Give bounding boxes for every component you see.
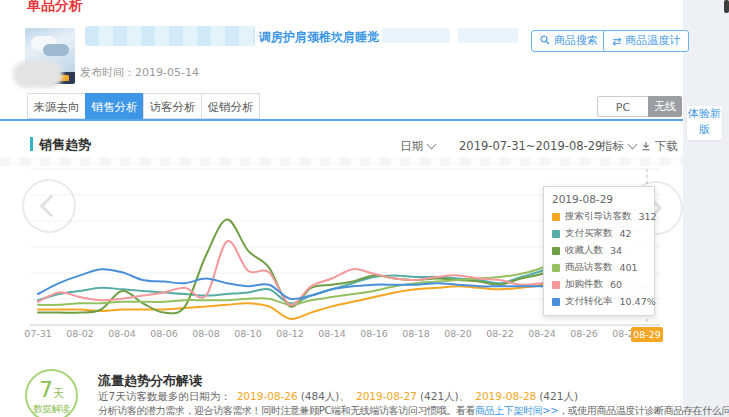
page-title: 单品分析 xyxy=(27,0,83,15)
new-version-link[interactable]: 体验新版 xyxy=(687,106,722,140)
download-icon xyxy=(641,139,651,153)
product-thermometer-button[interactable]: ⇄商品温度计 xyxy=(603,30,689,52)
top-date-count: (484人) xyxy=(301,390,340,402)
publish-time: 发布时间：2019-05-14 xyxy=(80,65,199,80)
legend-swatch xyxy=(552,281,560,289)
tab-访客分析[interactable]: 访客分析 xyxy=(143,93,202,119)
badge-days: 7天 xyxy=(27,378,76,402)
product-search-button[interactable]: 商品搜索 xyxy=(531,30,607,52)
tooltip-metric-label: 支付转化率 xyxy=(565,295,613,308)
badge-number: 7 xyxy=(39,377,53,402)
toggle-pc[interactable]: PC xyxy=(597,96,649,117)
censored-title-fragment xyxy=(382,28,450,43)
metric-dropdown[interactable]: 指标 xyxy=(601,139,636,154)
tab-销售分析[interactable]: 销售分析 xyxy=(85,93,144,119)
top-date: 2019-08-28 xyxy=(475,390,536,402)
chart-tooltip: 2019-08-29 搜索引导访客数312支付买家数42收藏人数34商品访客数4… xyxy=(543,186,655,316)
tooltip-row: 搜索引导访客数312 xyxy=(552,210,646,223)
top-date-count: (421人) xyxy=(420,390,459,402)
tooltip-metric-label: 搜索引导访客数 xyxy=(565,210,632,223)
scrollbar-thumb[interactable] xyxy=(724,0,729,13)
product-thermometer-label: 商品温度计 xyxy=(625,34,680,47)
tooltip-row: 商品访客数401 xyxy=(552,261,646,274)
screen: 单品分析 调房护肩颈椎坎肩睡觉 发布时间：2019-05-14 商品搜索 ⇄商品… xyxy=(0,0,729,417)
date-dropdown[interactable]: 日期 xyxy=(400,139,435,154)
x-axis-highlight-label: 08-29 xyxy=(631,327,663,342)
section-accent-bar xyxy=(30,137,33,151)
download-button[interactable]: 下载 xyxy=(641,139,678,154)
tab-促销分析[interactable]: 促销分析 xyxy=(201,93,260,119)
date-range: 2019-07-31~2019-08-29 xyxy=(459,139,602,153)
toggle-wireless[interactable]: 无线 xyxy=(648,96,682,117)
insight-top-dates: 2019-08-26(484人)、2019-08-27(421人)、2019-0… xyxy=(231,390,578,402)
tab-bar: 来源去向销售分析访客分析促销分析 xyxy=(28,93,260,119)
exchange-icon: ⇄ xyxy=(612,32,621,52)
chevron-left-icon xyxy=(40,195,63,218)
separator: 、 xyxy=(339,390,350,402)
insight-title: 流量趋势分布解读 xyxy=(98,372,202,390)
person-shape xyxy=(43,44,69,56)
insight-line2-tail: ，或使用商品温度计诊断商品存在什么问题吧。 xyxy=(558,405,729,416)
chart-prev-button[interactable] xyxy=(22,179,76,233)
top-date: 2019-08-27 xyxy=(356,390,417,402)
tooltip-metric-value: 34 xyxy=(610,245,622,256)
tooltip-rows: 搜索引导访客数312支付买家数42收藏人数34商品访客数401加购件数60支付转… xyxy=(552,210,646,308)
insight-line1: 近7天访客数最多的日期为：2019-08-26(484人)、2019-08-27… xyxy=(98,390,578,404)
legend-swatch xyxy=(552,213,560,221)
badge-caption: 数据解读 xyxy=(27,403,76,416)
tooltip-metric-value: 312 xyxy=(639,211,657,222)
tooltip-metric-label: 支付买家数 xyxy=(565,227,613,240)
right-side-panel xyxy=(683,0,729,417)
product-search-label: 商品搜索 xyxy=(554,34,598,47)
tooltip-metric-label: 加购件数 xyxy=(565,278,603,291)
tooltip-row: 支付转化率10.47% xyxy=(552,295,646,308)
date-dropdown-label: 日期 xyxy=(400,139,423,153)
tooltip-row: 加购件数60 xyxy=(552,278,646,291)
insight-line1-prefix: 近7天访客数最多的日期为： xyxy=(98,390,231,402)
metric-dropdown-label: 指标 xyxy=(601,139,624,153)
seven-day-badge: 7天 数据解读 xyxy=(25,369,78,417)
tooltip-metric-label: 收藏人数 xyxy=(565,244,603,257)
shelf-time-link[interactable]: 商品上下架时间>> xyxy=(475,405,558,416)
tooltip-row: 支付买家数42 xyxy=(552,227,646,240)
tooltip-row: 收藏人数34 xyxy=(552,244,646,257)
separator: 、 xyxy=(459,390,470,402)
section-title: 销售趋势 xyxy=(39,136,91,154)
insight-line2: 分析访客的潜力需求，迎合访客需求！同时注意兼顾PC端和无线端访客访问习惯哦。看看… xyxy=(98,404,729,417)
badge-unit: 天 xyxy=(53,387,64,400)
download-label: 下载 xyxy=(655,139,678,153)
censored-title-fragment xyxy=(458,28,518,43)
legend-swatch xyxy=(552,230,560,238)
legend-swatch xyxy=(552,247,560,255)
tab-来源去向[interactable]: 来源去向 xyxy=(27,93,86,119)
tooltip-date: 2019-08-29 xyxy=(552,193,646,205)
legend-swatch xyxy=(552,264,560,272)
chevron-down-icon xyxy=(427,140,437,150)
top-date-count: (421人) xyxy=(539,390,578,402)
chevron-down-icon xyxy=(628,140,638,150)
legend-swatch xyxy=(552,298,560,306)
censored-product-title xyxy=(85,26,255,46)
tooltip-metric-value: 60 xyxy=(610,279,622,290)
product-title-link[interactable]: 调房护肩颈椎坎肩睡觉 xyxy=(259,29,379,46)
tooltip-metric-value: 42 xyxy=(620,228,632,239)
tooltip-metric-value: 10.47% xyxy=(620,296,656,307)
insight-line2-text: 分析访客的潜力需求，迎合访客需求！同时注意兼顾PC端和无线端访客访问习惯哦。看看 xyxy=(98,405,475,416)
tooltip-metric-label: 商品访客数 xyxy=(565,261,613,274)
blurred-watermark xyxy=(13,61,63,88)
top-date: 2019-08-26 xyxy=(237,390,298,402)
tooltip-metric-value: 401 xyxy=(620,262,638,273)
search-icon xyxy=(540,32,550,52)
